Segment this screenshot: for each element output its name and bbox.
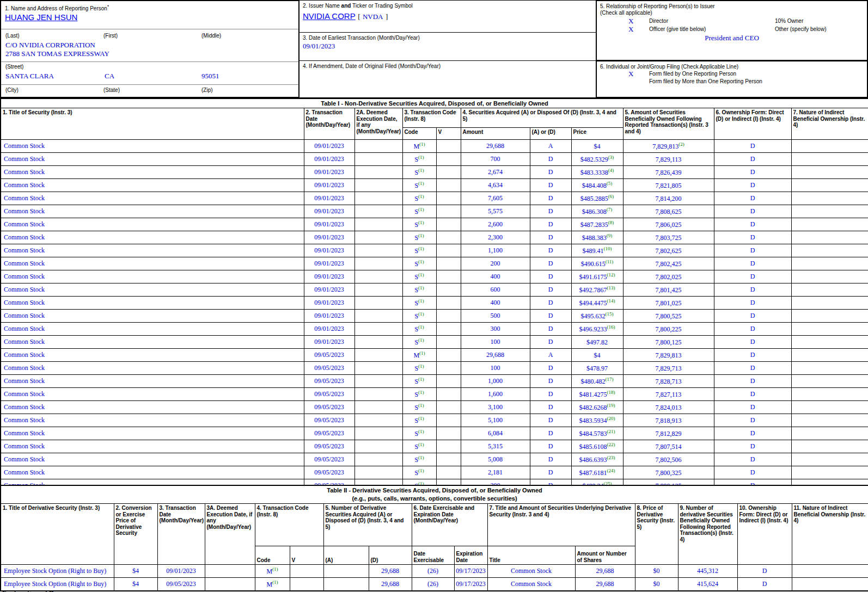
footnote-ref[interactable]: (1) xyxy=(418,233,424,238)
cell-transaction-code: S(1) xyxy=(402,375,436,388)
cell-amount: 5,100 xyxy=(461,414,530,427)
footnote-ref[interactable]: (1) xyxy=(418,246,424,251)
filing-type-label: 6. Individual or Joint/Group Filing (Che… xyxy=(600,64,738,70)
cell-price: $496.9233(16) xyxy=(571,323,623,336)
footnote-ref[interactable]: (1) xyxy=(418,168,424,173)
footnote-ref[interactable]: (1) xyxy=(418,285,424,291)
cell-price: $487.6181(24) xyxy=(571,466,623,479)
footnote-ref[interactable]: (1) xyxy=(418,220,424,225)
footnote-ref[interactable]: (1) xyxy=(418,311,424,317)
footnote-ref[interactable]: (6) xyxy=(608,194,614,199)
cell-deemed-execution-date xyxy=(354,166,402,179)
cell-transaction-date: 09/05/2023 xyxy=(304,427,354,440)
footnote-ref[interactable]: (1) xyxy=(418,194,424,199)
footnote-ref[interactable]: (1) xyxy=(418,324,424,330)
footnote-ref[interactable]: (1) xyxy=(418,429,424,434)
footnote-ref[interactable]: (21) xyxy=(607,429,615,434)
footnote-ref[interactable]: (10) xyxy=(604,246,612,251)
issuer-link[interactable]: NVIDIA CORP xyxy=(303,11,356,21)
footnote-ref[interactable]: (3) xyxy=(608,155,614,160)
footnote-ref[interactable]: (1) xyxy=(272,579,278,585)
cell-amount: 400 xyxy=(461,270,530,283)
footnote-ref[interactable]: (1) xyxy=(418,181,424,186)
footnote-ref[interactable]: (8) xyxy=(608,220,614,225)
footnote-ref[interactable]: (23) xyxy=(607,455,615,460)
footnote-ref[interactable]: (11) xyxy=(606,259,614,264)
cell-owned-following: 7,824,013 xyxy=(623,401,714,414)
footnote-ref[interactable]: (18) xyxy=(607,390,615,395)
footnote-ref[interactable]: (1) xyxy=(418,272,424,278)
footnote-ref[interactable]: (5) xyxy=(607,181,613,186)
cell-deemed-execution-date xyxy=(354,179,402,192)
footnote-ref[interactable]: (1) xyxy=(418,455,424,460)
cell-amount: 5,008 xyxy=(461,453,530,466)
footnote-ref[interactable]: (4) xyxy=(608,168,614,173)
footnote-ref[interactable]: (16) xyxy=(607,324,615,330)
footnote-ref[interactable]: (1) xyxy=(418,337,424,343)
footnote-ref[interactable]: (1) xyxy=(418,416,424,421)
cell-transaction-code: S(1) xyxy=(402,414,436,427)
footnote-ref[interactable]: (1) xyxy=(418,298,424,304)
reporting-person-box: 1. Name and Address of Reporting Person*… xyxy=(0,0,299,98)
cell-v xyxy=(436,192,461,205)
footnote-ref[interactable]: (9) xyxy=(607,233,613,238)
cell-nature-indirect xyxy=(791,401,868,414)
t1-sub-price: Price xyxy=(571,128,623,140)
cell-date-exercisable[interactable]: (26) xyxy=(412,565,454,578)
one-person-checkbox[interactable]: X xyxy=(628,70,633,78)
footnote-ref[interactable]: (1) xyxy=(418,377,424,382)
cell-v xyxy=(436,205,461,218)
cell-transaction-date: 09/01/2023 xyxy=(304,297,354,310)
director-checkbox[interactable]: X xyxy=(628,17,633,26)
cell-amount: 1,000 xyxy=(461,375,530,388)
footnote-ref[interactable]: (1) xyxy=(418,468,424,473)
footnote-ref[interactable]: (17) xyxy=(606,377,614,382)
cell-v xyxy=(436,453,461,466)
table1-row: Common Stock 09/01/2023 S(1) 200 D $490.… xyxy=(1,257,868,270)
footnote-ref[interactable]: (1) xyxy=(418,259,424,264)
footnote-ref[interactable]: (15) xyxy=(606,311,614,317)
footnote-ref[interactable]: (14) xyxy=(607,298,615,304)
cell-v xyxy=(436,466,461,479)
cell-price: $488.383(9) xyxy=(571,231,623,244)
cell-transaction-date: 09/05/2023 xyxy=(304,401,354,414)
cell-nature-indirect xyxy=(791,427,868,440)
footnote-ref[interactable]: (7) xyxy=(607,207,613,212)
cell-v xyxy=(436,231,461,244)
footnote-ref[interactable]: (24) xyxy=(607,468,615,473)
cell-v xyxy=(436,427,461,440)
t1-col-transaction-code: 3. Transaction Code (Instr. 8) xyxy=(402,108,461,128)
footnote-ref[interactable]: (13) xyxy=(607,285,615,291)
cell-v xyxy=(290,565,323,578)
footnote-ref[interactable]: (20) xyxy=(607,416,615,421)
footnote-ref[interactable]: (22) xyxy=(607,442,615,447)
footnote-ref[interactable]: (1) xyxy=(418,403,424,408)
t2-col-number-derivative: 5. Number of Derivative Securities Acqui… xyxy=(323,504,412,546)
cell-security-title: Common Stock xyxy=(1,297,304,310)
cell-nature-indirect xyxy=(791,257,868,270)
cell-a-or-d: D xyxy=(530,166,571,179)
footnote-ref[interactable]: (12) xyxy=(607,272,615,278)
cell-transaction-code: S(1) xyxy=(402,401,436,414)
footnote-ref[interactable]: (1) xyxy=(418,442,424,447)
footnote-ref[interactable]: (1) xyxy=(418,363,424,369)
footnote-ref[interactable]: (1) xyxy=(418,390,424,395)
cell-a-or-d: D xyxy=(530,283,571,297)
footnote-ref[interactable]: (1) xyxy=(418,155,424,160)
cell-security-title: Common Stock xyxy=(1,466,304,479)
one-person-label: Form filed by One Reporting Person xyxy=(649,71,736,77)
cell-amount: 29,688 xyxy=(461,140,530,153)
cell-v xyxy=(436,297,461,310)
footnote-ref[interactable]: (19) xyxy=(607,403,615,408)
footnote-ref[interactable]: (1) xyxy=(418,207,424,212)
officer-checkbox[interactable]: X xyxy=(628,25,633,34)
t2-sub-v: V xyxy=(290,546,323,565)
footnote-ref[interactable]: (1) xyxy=(272,566,278,572)
footnote-ref[interactable]: (1) xyxy=(419,141,425,147)
cell-date-exercisable[interactable]: (26) xyxy=(412,578,454,591)
footnote-ref[interactable]: (1) xyxy=(419,350,425,356)
earliest-transaction-box: 3. Date of Earliest Transaction (Month/D… xyxy=(299,32,596,61)
footnote-ref[interactable]: (2) xyxy=(678,141,684,147)
t2-sub-date-exercisable: Date Exercisable xyxy=(412,546,454,565)
reporting-person-link[interactable]: HUANG JEN HSUN xyxy=(5,13,77,22)
